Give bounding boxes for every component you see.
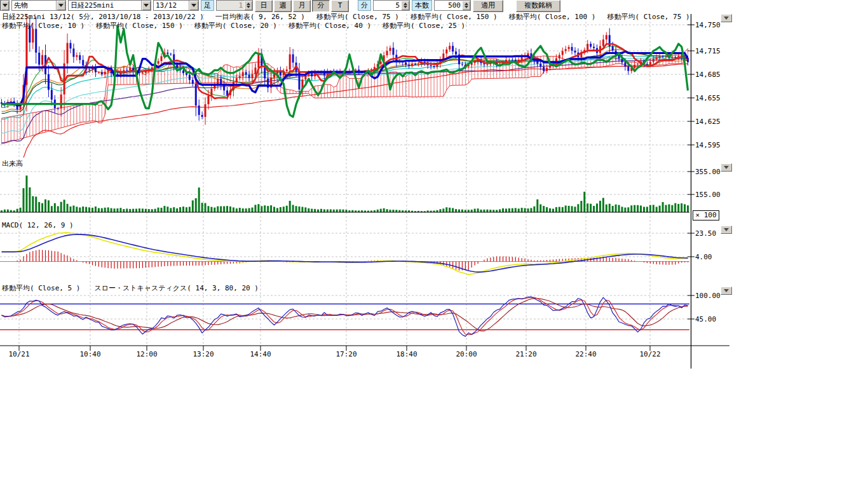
time-axis-label: 17:20	[331, 350, 362, 358]
time-axis-label: 21:20	[511, 350, 541, 358]
stochastic-axis-label: 45.00	[695, 315, 731, 323]
macd-axis-label: 23.50	[695, 229, 731, 238]
time-axis-label: 22:40	[571, 350, 601, 358]
price-axis-label: 14,685	[695, 71, 731, 79]
macd-axis-label: 4.00	[695, 253, 731, 261]
time-axis-label: 10/22	[635, 350, 665, 358]
volume-axis-label: 355.00	[695, 168, 731, 176]
time-axis-label: 14:40	[245, 350, 276, 358]
time-axis-label: 12:00	[132, 350, 162, 358]
time-axis-label: 18:40	[391, 350, 422, 358]
volume-multiplier-box: × 100	[693, 210, 719, 220]
time-axis-label: 13:20	[188, 350, 219, 358]
time-axis-label: 20:00	[451, 350, 482, 358]
price-axis-label: 14,750	[695, 21, 731, 29]
volume-axis-label: 155.00	[695, 191, 731, 199]
time-axis-label: 10/21	[4, 350, 34, 358]
price-axis-label: 14,595	[695, 141, 731, 149]
price-axis-label: 14,655	[695, 94, 731, 102]
price-axis-label: 14,715	[695, 47, 731, 55]
price-axis-label: 14,625	[695, 118, 731, 126]
stochastic-axis-label: 100.00	[695, 292, 731, 300]
chart-canvas	[0, 0, 868, 488]
time-axis-label: 10:40	[75, 350, 105, 358]
